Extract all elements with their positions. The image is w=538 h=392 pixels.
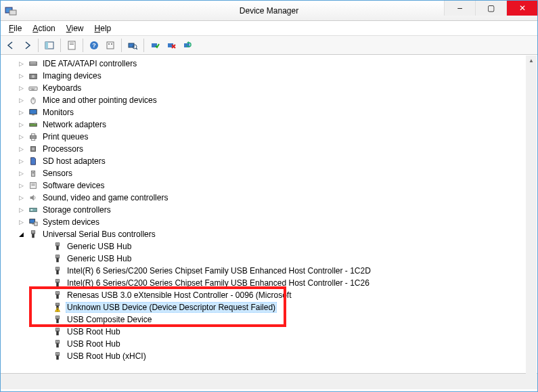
menu-view[interactable]: View — [61, 22, 89, 35]
tree-category-monitors[interactable]: ▷ Monitors — [2, 106, 536, 118]
minimize-button[interactable]: – — [444, 1, 475, 16]
update-driver-button[interactable] — [180, 38, 195, 53]
tree-device-item[interactable]: USB Root Hub — [2, 326, 536, 338]
tree-category-network[interactable]: ▷ Network adapters — [2, 118, 536, 131]
sensor-icon — [28, 168, 39, 179]
expand-icon[interactable]: ▷ — [17, 157, 25, 165]
tree-category-sdhost[interactable]: ▷ SD host adapters — [2, 155, 536, 167]
tree-device-item[interactable]: Generic USB Hub — [2, 253, 536, 265]
category-label: Monitors — [41, 108, 75, 117]
category-label: SD host adapters — [41, 156, 107, 166]
scan-hardware-button[interactable] — [125, 38, 140, 53]
device-label: USB Composite Device — [66, 315, 153, 324]
separator — [121, 39, 122, 52]
menu-file[interactable]: File — [3, 22, 27, 35]
tree-category-sensors[interactable]: ▷ Sensors — [2, 167, 536, 179]
app-icon — [5, 6, 17, 16]
keyboard-icon — [28, 83, 39, 93]
device-label: Generic USB Hub — [66, 242, 133, 251]
collapse-icon[interactable]: ◢ — [17, 230, 25, 238]
window-controls: – ▢ ✕ — [444, 1, 537, 16]
tree-device-item[interactable]: USB Composite Device — [2, 313, 536, 326]
close-button[interactable]: ✕ — [506, 1, 537, 16]
back-button[interactable] — [3, 38, 18, 53]
category-label: Mice and other pointing devices — [41, 95, 158, 105]
category-label: Universal Serial Bus controllers — [41, 230, 157, 239]
tree-category-imaging[interactable]: ▷ Imaging devices — [2, 70, 536, 82]
category-label: Print queues — [41, 132, 89, 141]
vertical-scrollbar[interactable]: ▲ — [526, 56, 537, 374]
spacer — [41, 303, 49, 311]
expand-icon[interactable]: ▷ — [17, 194, 25, 202]
expand-icon[interactable]: ▷ — [17, 84, 25, 92]
spacer — [41, 352, 49, 360]
expand-icon[interactable]: ▷ — [17, 121, 25, 129]
expand-icon[interactable]: ▷ — [17, 60, 25, 68]
svg-rect-42 — [45, 42, 48, 49]
tree-category-system[interactable]: ▷ System devices — [2, 216, 536, 228]
tree-category-printq[interactable]: ▷ Print queues — [2, 131, 536, 143]
expand-icon[interactable]: ▷ — [17, 133, 25, 141]
spacer — [41, 279, 49, 287]
software-icon — [28, 180, 39, 191]
usb-icon — [52, 339, 63, 349]
scroll-up-icon[interactable]: ▲ — [527, 56, 535, 64]
tree-device-item[interactable]: Generic USB Hub — [2, 240, 536, 253]
expand-icon[interactable]: ▷ — [17, 108, 25, 116]
maximize-button[interactable]: ▢ — [475, 1, 506, 16]
statusbar — [1, 373, 537, 389]
usb-icon — [52, 241, 63, 252]
expand-icon[interactable]: ▷ — [17, 218, 25, 226]
expand-icon[interactable]: ▷ — [17, 181, 25, 190]
tree-category-processors[interactable]: ▷ Processors — [2, 143, 536, 155]
help-button[interactable]: ? — [87, 38, 102, 53]
svg-rect-43 — [68, 41, 75, 49]
titlebar: Device Manager – ▢ ✕ — [1, 1, 537, 21]
properties-button[interactable] — [64, 38, 79, 53]
category-label: Sensors — [41, 169, 74, 178]
tree-category-keyboards[interactable]: ▷ Keyboards — [2, 82, 536, 94]
ide-icon — [28, 58, 39, 69]
tree-category-software[interactable]: ▷ Software devices — [2, 179, 536, 192]
mouse-icon — [28, 95, 39, 106]
category-label: IDE ATA/ATAPI controllers — [41, 59, 138, 68]
spacer — [41, 291, 49, 299]
forward-button[interactable] — [20, 38, 35, 53]
show-hide-console-button[interactable] — [42, 38, 57, 53]
system-icon — [28, 217, 39, 227]
menu-action[interactable]: Action — [27, 22, 60, 35]
menu-help[interactable]: Help — [89, 22, 117, 35]
uninstall-device-button[interactable] — [164, 38, 179, 53]
expand-icon[interactable]: ▷ — [17, 72, 25, 80]
tree-device-item[interactable]: Intel(R) 6 Series/C200 Series Chipset Fa… — [2, 277, 536, 289]
tree-device-item[interactable]: USB Root Hub (xHCI) — [2, 350, 536, 362]
device-tree[interactable]: ▷ IDE ATA/ATAPI controllers ▷ Imaging de… — [1, 55, 537, 373]
tree-category-sound[interactable]: ▷ Sound, video and game controllers — [2, 192, 536, 204]
tree-category-storage[interactable]: ▷ Storage controllers — [2, 204, 536, 216]
enable-device-button[interactable] — [148, 38, 162, 53]
tree-category-mice[interactable]: ▷ Mice and other pointing devices — [2, 94, 536, 106]
expand-icon[interactable]: ▷ — [17, 96, 25, 104]
tree-device-item[interactable]: Intel(R) 6 Series/C200 Series Chipset Fa… — [2, 265, 536, 277]
menubar: File Action View Help — [1, 21, 537, 36]
usb-icon — [52, 265, 63, 276]
tree-device-item[interactable]: Renesas USB 3.0 eXtensible Host Controll… — [2, 289, 536, 301]
network-icon — [28, 119, 39, 130]
sd-icon — [28, 156, 39, 167]
device-label: Unknown USB Device (Device Descriptor Re… — [66, 302, 277, 313]
sound-icon — [28, 192, 39, 203]
monitor-icon — [28, 107, 39, 118]
expand-icon[interactable]: ▷ — [17, 169, 25, 177]
device-label: Renesas USB 3.0 eXtensible Host Controll… — [66, 290, 292, 300]
action-button[interactable] — [103, 38, 118, 53]
tree-device-item[interactable]: Unknown USB Device (Device Descriptor Re… — [2, 301, 536, 313]
tree-category-ide[interactable]: ▷ IDE ATA/ATAPI controllers — [2, 58, 536, 70]
expand-icon[interactable]: ▷ — [17, 145, 25, 153]
toolbar: ? — [1, 36, 537, 55]
svg-rect-49 — [108, 43, 110, 45]
device-label: USB Root Hub — [66, 339, 122, 349]
expand-icon[interactable]: ▷ — [17, 206, 25, 214]
device-label: Intel(R) 6 Series/C200 Series Chipset Fa… — [66, 278, 371, 288]
tree-device-item[interactable]: USB Root Hub — [2, 338, 536, 350]
tree-category-usb[interactable]: ◢ Universal Serial Bus controllers — [2, 228, 536, 240]
